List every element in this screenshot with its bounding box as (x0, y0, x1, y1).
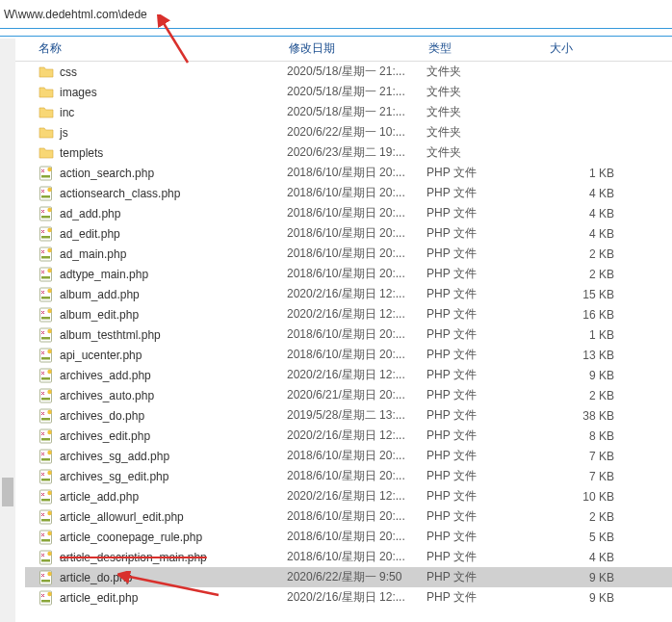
file-date-cell: 2020/5/18/星期一 21:... (287, 104, 426, 120)
file-type-cell: PHP 文件 (426, 306, 548, 323)
file-type-cell: PHP 文件 (426, 508, 548, 525)
folder-icon (39, 105, 54, 120)
file-list-row[interactable]: article_allowurl_edit.php2018/6/10/星期日 2… (25, 506, 672, 527)
php-file-icon (39, 166, 54, 181)
file-list-row[interactable]: article_coonepage_rule.php2018/6/10/星期日 … (25, 527, 672, 547)
file-date-cell: 2020/2/16/星期日 12:... (287, 428, 426, 444)
php-file-icon (39, 469, 54, 484)
file-list-row[interactable]: archives_auto.php2020/6/21/星期日 20:...PHP… (25, 385, 672, 405)
file-size-cell: 8 KB (548, 429, 672, 443)
column-header-type[interactable]: 类型 (428, 40, 550, 57)
file-name-cell: actionsearch_class.php (39, 186, 287, 201)
file-size-cell: 15 KB (548, 288, 672, 301)
file-list-row[interactable]: templets2020/6/23/星期二 19:...文件夹 (25, 143, 672, 163)
file-list-row[interactable]: archives_do.php2019/5/28/星期二 13:...PHP 文… (25, 405, 672, 426)
php-file-icon (39, 348, 54, 363)
file-name: js (60, 126, 68, 140)
file-list-row[interactable]: article_add.php2020/2/16/星期日 12:...PHP 文… (25, 486, 672, 506)
svg-rect-40 (41, 438, 50, 441)
svg-point-59 (47, 551, 51, 555)
svg-point-20 (47, 288, 51, 292)
file-size-cell: 38 KB (548, 409, 672, 423)
file-name: album_edit.php (60, 308, 139, 322)
php-file-icon (39, 267, 54, 282)
file-list-row[interactable]: archives_sg_add.php2018/6/10/星期日 20:...P… (25, 446, 672, 466)
svg-rect-43 (41, 458, 50, 461)
file-date-cell: 2020/6/23/星期二 19:... (287, 144, 426, 161)
file-date-cell: 2018/6/10/星期日 20:... (287, 468, 426, 484)
file-list-row[interactable]: ad_add.php2018/6/10/星期日 20:...PHP 文件4 KB (25, 203, 672, 223)
vertical-scrollbar[interactable] (0, 39, 15, 622)
file-list-row[interactable]: actionsearch_class.php2018/6/10/星期日 20:.… (25, 183, 672, 203)
svg-rect-19 (41, 297, 50, 299)
file-list-row[interactable]: article_edit.php2020/2/16/星期日 12:...PHP … (25, 587, 672, 608)
svg-point-17 (47, 268, 51, 272)
file-name: article_coonepage_rule.php (60, 531, 202, 544)
file-list-row[interactable]: images2020/5/18/星期一 21:...文件夹 (25, 82, 672, 102)
file-list-row[interactable]: album_testhtml.php2018/6/10/星期日 20:...PH… (25, 324, 672, 345)
svg-point-53 (47, 510, 51, 514)
column-header-date[interactable]: 修改日期 (289, 40, 428, 57)
scroll-thumb[interactable] (2, 478, 13, 506)
file-list-row[interactable]: article_do.php2020/6/22/星期一 9:50PHP 文件9 … (25, 567, 672, 587)
file-date-cell: 2020/6/22/星期一 9:50 (287, 569, 426, 585)
file-name: archives_auto.php (60, 389, 154, 402)
svg-point-35 (47, 389, 51, 393)
php-file-icon (39, 186, 54, 201)
file-list-row[interactable]: album_edit.php2020/2/16/星期日 12:...PHP 文件… (25, 304, 672, 324)
file-list-row[interactable]: inc2020/5/18/星期一 21:...文件夹 (25, 102, 672, 122)
file-list-row[interactable]: css2020/5/18/星期一 21:...文件夹 (25, 62, 672, 82)
file-size-cell: 13 KB (548, 349, 672, 362)
file-name-cell: album_add.php (39, 287, 287, 302)
file-name: adtype_main.php (60, 268, 148, 281)
column-header-name[interactable]: 名称 (39, 40, 289, 57)
file-type-cell: 文件夹 (426, 124, 548, 141)
file-date-cell: 2018/6/10/星期日 20:... (287, 185, 426, 201)
file-name: article_description_main.php (60, 551, 207, 564)
file-date-cell: 2018/6/10/星期日 20:... (287, 205, 426, 221)
file-list-row[interactable]: js2020/6/22/星期一 10:...文件夹 (25, 122, 672, 143)
file-name-cell: archives_sg_add.php (39, 449, 287, 464)
file-name: actionsearch_class.php (60, 187, 180, 200)
php-file-icon (39, 368, 54, 383)
file-name-cell: article_allowurl_edit.php (39, 509, 287, 525)
svg-rect-49 (41, 499, 50, 502)
file-type-cell: PHP 文件 (426, 529, 548, 545)
file-date-cell: 2018/6/10/星期日 20:... (287, 508, 426, 525)
php-file-icon (39, 550, 54, 565)
php-file-icon (39, 590, 54, 606)
column-header-row: 名称 修改日期 类型 大小 (0, 37, 672, 62)
file-date-cell: 2018/6/10/星期日 20:... (287, 165, 426, 181)
file-name-cell: ad_add.php (39, 206, 287, 221)
file-size-cell: 7 KB (548, 450, 672, 463)
file-list-row[interactable]: album_add.php2020/2/16/星期日 12:...PHP 文件1… (25, 284, 672, 304)
file-list-row[interactable]: article_description_main.php2018/6/10/星期… (25, 547, 672, 567)
file-size-cell: 9 KB (548, 591, 672, 605)
file-list-row[interactable]: archives_sg_edit.php2018/6/10/星期日 20:...… (25, 466, 672, 486)
file-list-row[interactable]: ad_main.php2018/6/10/星期日 20:...PHP 文件2 K… (25, 244, 672, 264)
column-header-size[interactable]: 大小 (550, 40, 672, 57)
file-list-row[interactable]: ad_edit.php2018/6/10/星期日 20:...PHP 文件4 K… (25, 223, 672, 244)
file-type-cell: PHP 文件 (426, 468, 548, 484)
file-name-cell: js (39, 125, 287, 141)
file-date-cell: 2020/2/16/星期日 12:... (287, 286, 426, 302)
file-name: archives_do.php (60, 409, 144, 423)
file-name: article_do.php (60, 571, 132, 584)
file-list-row[interactable]: archives_add.php2020/2/16/星期日 12:...PHP … (25, 365, 672, 385)
file-list-row[interactable]: api_ucenter.php2018/6/10/星期日 20:...PHP 文… (25, 345, 672, 365)
address-bar[interactable]: W\www.dedehtml.com\dede (0, 0, 672, 29)
svg-rect-4 (41, 195, 50, 198)
file-date-cell: 2018/6/10/星期日 20:... (287, 549, 426, 565)
svg-point-26 (47, 328, 51, 332)
svg-rect-61 (41, 580, 50, 583)
file-name: album_testhtml.php (60, 328, 161, 342)
php-file-icon (39, 307, 54, 323)
file-list-row[interactable]: adtype_main.php2018/6/10/星期日 20:...PHP 文… (25, 264, 672, 284)
file-type-cell: PHP 文件 (426, 569, 548, 585)
svg-rect-52 (41, 519, 50, 522)
file-name-cell: album_edit.php (39, 307, 287, 323)
file-list-row[interactable]: action_search.php2018/6/10/星期日 20:...PHP… (25, 163, 672, 183)
php-file-icon (39, 327, 54, 343)
file-list-row[interactable]: archives_edit.php2020/2/16/星期日 12:...PHP… (25, 426, 672, 446)
file-date-cell: 2018/6/10/星期日 20:... (287, 266, 426, 282)
